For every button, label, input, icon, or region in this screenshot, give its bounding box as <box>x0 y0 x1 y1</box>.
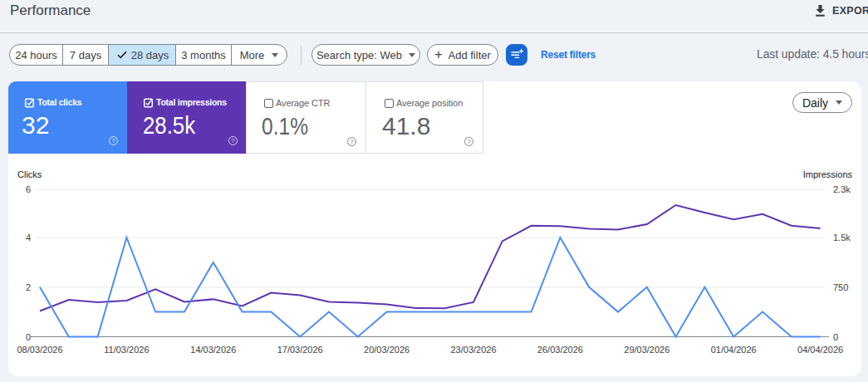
svg-text:Impressions: Impressions <box>803 169 853 179</box>
svg-text:01/04/2026: 01/04/2026 <box>711 345 757 355</box>
svg-text:17/03/2026: 17/03/2026 <box>277 345 323 355</box>
svg-text:4: 4 <box>26 233 31 242</box>
svg-text:20/03/2026: 20/03/2026 <box>364 345 409 355</box>
svg-text:26/03/2026: 26/03/2026 <box>537 345 583 355</box>
svg-text:14/03/2026: 14/03/2026 <box>190 345 236 355</box>
svg-text:29/03/2026: 29/03/2026 <box>624 345 669 355</box>
svg-text:11/03/2026: 11/03/2026 <box>104 345 149 355</box>
svg-text:2.3k: 2.3k <box>833 184 851 194</box>
svg-text:0: 0 <box>833 332 838 342</box>
svg-text:1.5k: 1.5k <box>833 233 851 242</box>
svg-text:04/04/2026: 04/04/2026 <box>797 345 843 355</box>
svg-text:2: 2 <box>26 282 31 292</box>
svg-text:Clicks: Clicks <box>17 169 42 179</box>
svg-text:23/03/2026: 23/03/2026 <box>450 345 496 355</box>
svg-text:6: 6 <box>26 184 31 194</box>
svg-text:750: 750 <box>833 282 848 292</box>
svg-text:08/03/2026: 08/03/2026 <box>17 345 62 355</box>
svg-text:0: 0 <box>26 332 31 342</box>
